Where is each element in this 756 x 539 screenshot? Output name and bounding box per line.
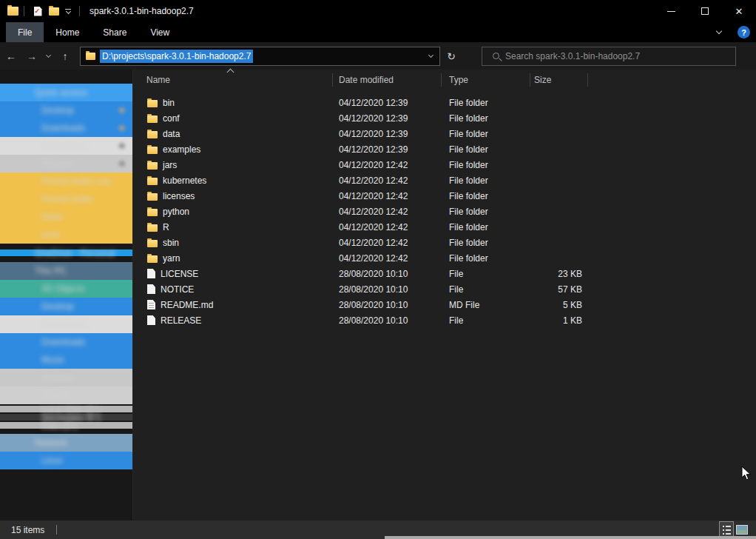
up-button[interactable]: ↑: [55, 50, 75, 62]
file-icon: [147, 131, 158, 138]
file-size: [530, 110, 587, 126]
file-row[interactable]: bin 04/12/2020 12:39 File folder: [133, 95, 756, 110]
column-resize-handle[interactable]: [332, 73, 333, 87]
column-header-size[interactable]: Size: [530, 70, 587, 90]
search-input[interactable]: [505, 51, 735, 61]
sidebar-item[interactable]: Data (D:): [0, 422, 132, 429]
help-button[interactable]: ?: [738, 26, 750, 38]
sidebar-item[interactable]: Downloads: [0, 119, 132, 137]
file-icon: [147, 193, 158, 201]
search-box[interactable]: [482, 47, 736, 66]
new-folder-button[interactable]: [48, 4, 60, 18]
column-header-type[interactable]: Type: [441, 70, 530, 90]
close-button[interactable]: ✕: [722, 0, 756, 22]
file-type: File folder: [441, 157, 530, 173]
sidebar-item[interactable]: work: [0, 226, 132, 244]
file-name: yarn: [163, 253, 180, 264]
sidebar-item[interactable]: Pinned folder: [0, 190, 132, 208]
file-icon: [147, 224, 158, 232]
sidebar-item-icon: [25, 302, 36, 312]
address-path-selected-text[interactable]: D:\projects\spark-3.0.1-bin-hadoop2.7: [100, 50, 253, 63]
address-bar[interactable]: D:\projects\spark-3.0.1-bin-hadoop2.7: [80, 47, 440, 66]
sidebar-item[interactable]: Desktop: [0, 298, 132, 315]
file-name: bin: [163, 98, 175, 108]
large-icons-view-button[interactable]: [735, 522, 749, 538]
sidebar-item[interactable]: Quick access: [0, 84, 132, 101]
column-resize-handle[interactable]: [587, 73, 588, 87]
sidebar-item[interactable]: Pinned folder one: [0, 173, 132, 190]
file-row[interactable]: python 04/12/2020 12:42 File folder: [133, 204, 756, 219]
file-row[interactable]: README.md 28/08/2020 10:10 MD File 5 KB: [133, 297, 756, 312]
explorer-window: spark-3.0.1-bin-hadoop2.7 ✕ File Home Sh…: [0, 0, 756, 539]
sidebar-item[interactable]: Videos: [0, 386, 132, 404]
file-row[interactable]: data 04/12/2020 12:39 File folder: [133, 126, 756, 141]
file-row[interactable]: sbin 04/12/2020 12:42 File folder: [133, 235, 756, 250]
horizontal-scrollbar[interactable]: [385, 536, 756, 539]
file-row[interactable]: LICENSE 28/08/2020 10:10 File 23 KB: [133, 266, 756, 281]
file-row[interactable]: licenses 04/12/2020 12:42 File folder: [133, 188, 756, 204]
file-type: File: [441, 266, 530, 281]
file-date-modified: 04/12/2020 12:42: [332, 250, 441, 266]
sidebar-item-icon: [18, 438, 29, 448]
sidebar-item[interactable]: Music: [0, 351, 132, 369]
chevron-down-icon: [428, 53, 433, 58]
details-view-button[interactable]: [720, 522, 733, 538]
pin-icon: [118, 141, 126, 150]
sidebar-item[interactable]: folder: [0, 208, 132, 226]
file-type: File folder: [441, 219, 530, 235]
file-row[interactable]: RELEASE 28/08/2020 10:10 File 1 KB: [133, 312, 756, 328]
column-resize-handle[interactable]: [530, 73, 530, 87]
sidebar-item-icon: [25, 456, 36, 466]
file-row[interactable]: conf 04/12/2020 12:39 File folder: [133, 110, 756, 126]
sidebar-item[interactable]: This PC: [0, 262, 132, 280]
tab-share[interactable]: Share: [91, 22, 138, 42]
file-date-modified: 04/12/2020 12:42: [332, 219, 441, 235]
file-name: sbin: [163, 238, 179, 248]
tab-file[interactable]: File: [6, 22, 44, 42]
sidebar-item[interactable]: Linux: [0, 452, 132, 469]
address-dropdown-button[interactable]: [422, 47, 439, 66]
recent-locations-button[interactable]: [41, 55, 55, 57]
sidebar-item[interactable]: OneDrive - Personal: [0, 250, 132, 256]
sidebar-item-label: Music: [41, 355, 64, 365]
file-row[interactable]: NOTICE 28/08/2020 10:10 File 57 KB: [133, 281, 756, 297]
file-row[interactable]: examples 04/12/2020 12:39 File folder: [133, 141, 756, 157]
window-controls: ✕: [654, 0, 756, 22]
sidebar-item-label: Documents: [41, 319, 87, 329]
maximize-button[interactable]: [688, 0, 722, 22]
file-row[interactable]: yarn 04/12/2020 12:42 File folder: [133, 250, 756, 266]
tab-view[interactable]: View: [138, 22, 181, 42]
file-name: licenses: [163, 191, 195, 201]
sidebar-item[interactable]: Pictures: [0, 369, 132, 386]
sidebar-item[interactable]: Network: [0, 434, 132, 452]
maximize-icon: [701, 7, 709, 15]
refresh-button[interactable]: ↻: [440, 47, 462, 66]
sidebar-item[interactable]: 3D Objects: [0, 280, 132, 298]
sidebar-item-icon: [25, 320, 36, 329]
navigation-bar: ← → ↑ D:\projects\spark-3.0.1-bin-hadoop…: [0, 42, 756, 70]
expand-ribbon-button[interactable]: [716, 28, 722, 34]
properties-icon: [34, 7, 42, 16]
tab-home[interactable]: Home: [44, 22, 91, 42]
column-resize-handle[interactable]: [441, 73, 442, 87]
back-button[interactable]: ←: [0, 50, 22, 62]
sidebar-item-icon: [25, 106, 36, 116]
file-row[interactable]: R 04/12/2020 12:42 File folder: [133, 219, 756, 235]
sidebar-item-icon: [25, 159, 36, 169]
minimize-button[interactable]: [654, 0, 688, 22]
sidebar-item[interactable]: Documents: [0, 315, 132, 333]
file-name: LICENSE: [161, 269, 198, 279]
properties-button[interactable]: [32, 4, 44, 18]
items-count: 15 items: [11, 525, 44, 535]
file-rows: bin 04/12/2020 12:39 File folder conf 04…: [133, 95, 756, 328]
sidebar-item[interactable]: Pictures: [0, 155, 132, 173]
sidebar-item[interactable]: Downloads: [0, 333, 132, 351]
customize-quick-access-toolbar-button[interactable]: [65, 9, 71, 13]
file-row[interactable]: kubernetes 04/12/2020 12:42 File folder: [133, 173, 756, 188]
sidebar-item[interactable]: Desktop: [0, 101, 132, 119]
column-header-date-modified[interactable]: Date modified: [332, 70, 441, 90]
file-name: conf: [163, 113, 180, 124]
forward-button[interactable]: →: [22, 50, 41, 62]
file-row[interactable]: jars 04/12/2020 12:42 File folder: [133, 157, 756, 173]
sidebar-item[interactable]: Documents: [0, 137, 132, 155]
